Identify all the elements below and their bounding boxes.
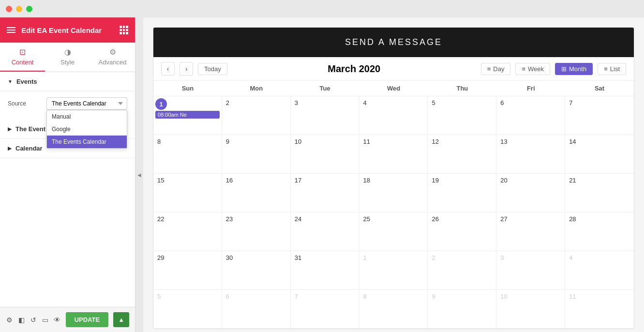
calendar-wrapper: SEND A MESSAGE ‹ › Today March 2020 ≡ Da… bbox=[143, 17, 644, 332]
day-header-wed: Wed bbox=[359, 81, 428, 96]
table-row[interactable]: 21 bbox=[565, 174, 634, 212]
table-row[interactable]: 30 bbox=[222, 251, 291, 290]
day-header-thu: Thu bbox=[428, 81, 496, 96]
table-row[interactable]: 9 bbox=[428, 290, 496, 329]
date-4: 4 bbox=[361, 98, 426, 107]
date-9: 9 bbox=[224, 137, 288, 146]
calendar-arrow-icon: ▶ bbox=[8, 146, 12, 151]
table-row[interactable]: 14 bbox=[565, 135, 634, 174]
tab-style[interactable]: ◑ Style bbox=[45, 43, 90, 72]
close-button[interactable] bbox=[6, 6, 12, 12]
app-body: Edit EA Event Calendar ⊡ Content ◑ Style… bbox=[0, 17, 644, 332]
table-row[interactable]: 6 bbox=[496, 96, 565, 135]
week-view-button[interactable]: ≡ Week bbox=[515, 63, 550, 75]
calendar-container: SEND A MESSAGE ‹ › Today March 2020 ≡ Da… bbox=[153, 27, 634, 329]
prev-button[interactable]: ‹ bbox=[161, 62, 175, 75]
day-view-button[interactable]: ≡ Day bbox=[481, 63, 511, 75]
minimize-button[interactable] bbox=[16, 6, 22, 12]
event-calendar-arrow-icon: ▶ bbox=[8, 126, 12, 132]
update-arrow-button[interactable]: ▲ bbox=[113, 312, 129, 327]
table-row[interactable]: 26 bbox=[428, 212, 496, 251]
date-21: 21 bbox=[567, 176, 632, 185]
day-view-icon: ≡ bbox=[487, 65, 491, 73]
table-row[interactable]: 1 08:00am Ne bbox=[153, 96, 222, 135]
day-header-fri: Fri bbox=[496, 81, 565, 96]
desktop-icon[interactable]: ▭ bbox=[42, 314, 49, 326]
table-row[interactable]: 17 bbox=[291, 174, 359, 212]
sidebar-title: Edit EA Event Calendar bbox=[21, 26, 114, 34]
settings-icon[interactable]: ⚙ bbox=[6, 314, 13, 326]
dropdown-option-manual[interactable]: Manual bbox=[47, 110, 127, 123]
style-icon: ◑ bbox=[64, 47, 71, 57]
sidebar-header: Edit EA Event Calendar bbox=[0, 17, 135, 43]
list-view-button[interactable]: ≡ List bbox=[598, 63, 626, 75]
table-row[interactable]: 16 bbox=[222, 174, 291, 212]
date-11: 11 bbox=[361, 137, 426, 146]
table-row[interactable]: 12 bbox=[428, 135, 496, 174]
source-select[interactable]: Manual Google The Events Calendar bbox=[46, 97, 127, 110]
table-row[interactable]: 2 bbox=[222, 96, 291, 135]
sidebar-collapse-handle[interactable]: ◀ bbox=[135, 17, 143, 332]
table-row[interactable]: 20 bbox=[496, 174, 565, 212]
table-row[interactable]: 4 bbox=[565, 251, 634, 290]
date-apr-11: 11 bbox=[567, 292, 632, 301]
table-row[interactable]: 11 bbox=[359, 135, 428, 174]
table-row[interactable]: 24 bbox=[291, 212, 359, 251]
table-row[interactable]: 1 bbox=[359, 251, 428, 290]
maximize-button[interactable] bbox=[26, 6, 32, 12]
update-button[interactable]: UPDATE bbox=[66, 312, 108, 327]
table-row[interactable]: 8 bbox=[153, 135, 222, 174]
table-row[interactable]: 5 bbox=[428, 96, 496, 135]
table-row[interactable]: 7 bbox=[565, 96, 634, 135]
dropdown-option-google[interactable]: Google bbox=[47, 123, 127, 136]
date-29: 29 bbox=[155, 253, 220, 262]
tab-style-label: Style bbox=[60, 59, 75, 66]
next-button[interactable]: › bbox=[180, 62, 193, 75]
table-row[interactable]: 3 bbox=[291, 96, 359, 135]
layers-icon[interactable]: ◧ bbox=[18, 314, 25, 326]
table-row[interactable]: 22 bbox=[153, 212, 222, 251]
table-row[interactable]: 13 bbox=[496, 135, 565, 174]
table-row[interactable]: 8 bbox=[359, 290, 428, 329]
calendar-grid: Sun Mon Tue Wed Thu Fri Sat 1 08:00am Ne… bbox=[153, 81, 634, 329]
table-row[interactable]: 15 bbox=[153, 174, 222, 212]
table-row[interactable]: 19 bbox=[428, 174, 496, 212]
table-row[interactable]: 10 bbox=[291, 135, 359, 174]
source-dropdown: Manual Google The Events Calendar bbox=[46, 110, 127, 149]
table-row[interactable]: 29 bbox=[153, 251, 222, 290]
events-section-header[interactable]: ▼ Events bbox=[0, 72, 135, 91]
date-apr-1: 1 bbox=[361, 253, 426, 262]
table-row[interactable]: 2 bbox=[428, 251, 496, 290]
grid-icon[interactable] bbox=[120, 26, 128, 34]
table-row[interactable]: 11 bbox=[565, 290, 634, 329]
table-row[interactable]: 25 bbox=[359, 212, 428, 251]
table-row[interactable]: 3 bbox=[496, 251, 565, 290]
tab-advanced[interactable]: ⚙ Advanced bbox=[90, 43, 135, 72]
table-row[interactable]: 28 bbox=[565, 212, 634, 251]
date-26: 26 bbox=[430, 214, 494, 224]
table-row[interactable]: 23 bbox=[222, 212, 291, 251]
table-row[interactable]: 31 bbox=[291, 251, 359, 290]
table-row[interactable]: 5 bbox=[153, 290, 222, 329]
table-row[interactable]: 9 bbox=[222, 135, 291, 174]
today-button[interactable]: Today bbox=[198, 63, 227, 75]
table-row[interactable]: 18 bbox=[359, 174, 428, 212]
dropdown-option-events-calendar[interactable]: The Events Calendar bbox=[47, 136, 127, 148]
week-view-icon: ≡ bbox=[522, 65, 525, 73]
sidebar: Edit EA Event Calendar ⊡ Content ◑ Style… bbox=[0, 17, 135, 332]
hamburger-icon[interactable] bbox=[7, 27, 15, 33]
table-row[interactable]: 4 bbox=[359, 96, 428, 135]
advanced-icon: ⚙ bbox=[109, 47, 116, 57]
table-row[interactable]: 6 bbox=[222, 290, 291, 329]
event-1[interactable]: 08:00am Ne bbox=[155, 111, 220, 119]
events-section-body: Source Manual Google The Events Calendar… bbox=[0, 91, 135, 120]
history-icon[interactable]: ↺ bbox=[30, 314, 37, 326]
month-view-button[interactable]: ⊞ Month bbox=[555, 63, 593, 75]
eye-icon[interactable]: 👁 bbox=[54, 314, 61, 326]
table-row[interactable]: 7 bbox=[291, 290, 359, 329]
table-row[interactable]: 10 bbox=[496, 290, 565, 329]
tab-content[interactable]: ⊡ Content bbox=[0, 43, 45, 72]
week-view-label: Week bbox=[528, 65, 544, 73]
date-25: 25 bbox=[361, 214, 426, 224]
table-row[interactable]: 27 bbox=[496, 212, 565, 251]
